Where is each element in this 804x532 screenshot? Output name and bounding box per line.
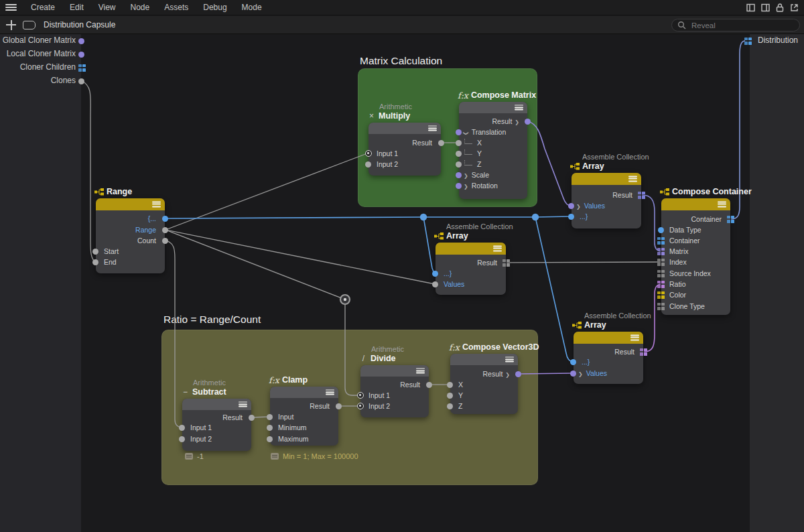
expander-icon[interactable]: ❯ [460, 131, 471, 136]
node-header[interactable] [661, 198, 730, 210]
port-circle[interactable] [456, 140, 462, 146]
expander-icon[interactable]: ❯ [464, 182, 468, 192]
node-header[interactable] [572, 173, 641, 185]
port-circle[interactable] [92, 249, 98, 255]
port-grid[interactable] [657, 291, 665, 299]
node-menu-icon[interactable] [628, 176, 637, 182]
port-circle[interactable] [447, 382, 453, 388]
node-menu-icon[interactable] [326, 389, 334, 395]
lock-icon[interactable] [776, 3, 784, 12]
node-range[interactable]: Range{...RangeCountStartEnd [96, 198, 165, 273]
node-header[interactable] [574, 332, 643, 344]
menu-item-assets[interactable]: Assets [157, 3, 196, 12]
node-array-mid[interactable]: Assemble CollectionArrayResult...}Values [436, 243, 506, 295]
capsule-tab-icon[interactable] [23, 21, 36, 29]
port-grid[interactable] [657, 303, 665, 310]
add-tab-icon[interactable] [6, 20, 16, 30]
node-header[interactable] [270, 387, 338, 398]
node-header[interactable] [368, 123, 441, 134]
port-grid[interactable] [78, 64, 86, 72]
port-circle[interactable] [426, 382, 432, 388]
node-menu-icon[interactable] [505, 356, 514, 362]
port-grid[interactable] [657, 248, 665, 255]
node-header[interactable] [96, 198, 165, 210]
port-ring[interactable] [357, 403, 364, 409]
node-header[interactable] [360, 365, 429, 377]
port-circle[interactable] [179, 436, 185, 442]
port-circle[interactable] [658, 227, 664, 233]
node-menu-icon[interactable] [718, 202, 726, 208]
port-grid[interactable] [744, 38, 752, 45]
node-menu-icon[interactable] [428, 125, 437, 131]
port-circle[interactable] [447, 393, 453, 399]
port-circle[interactable] [456, 161, 462, 168]
node-compose-container[interactable]: Compose ContainerContainerData TypeConta… [661, 198, 730, 315]
pop-out-icon[interactable] [790, 3, 799, 12]
node-menu-icon[interactable] [239, 401, 247, 407]
port-circle[interactable] [525, 119, 531, 125]
port-circle[interactable] [162, 216, 168, 222]
port-circle[interactable] [447, 403, 453, 409]
menu-item-create[interactable]: Create [23, 3, 62, 12]
search-input[interactable] [690, 21, 791, 30]
node-header[interactable] [459, 102, 527, 113]
port-circle[interactable] [365, 161, 371, 168]
main-menu-icon[interactable] [5, 4, 17, 11]
port-circle[interactable] [78, 38, 84, 44]
wire-18[interactable] [519, 373, 573, 374]
node-compose-matrix[interactable]: f:xCompose MatrixResult❯❯TranslationXYZ❯… [459, 102, 527, 199]
menu-item-edit[interactable]: Edit [62, 3, 91, 12]
node-array-bottom[interactable]: Assemble CollectionArrayResult...}❯Value… [574, 332, 643, 384]
port-circle[interactable] [456, 151, 462, 157]
port-circle[interactable] [267, 414, 273, 420]
port-circle[interactable] [456, 183, 462, 189]
port-ring[interactable] [357, 392, 364, 399]
port-circle[interactable] [162, 238, 168, 244]
node-header[interactable] [450, 354, 518, 365]
node-header[interactable] [436, 243, 506, 255]
port-circle[interactable] [438, 140, 444, 146]
node-menu-icon[interactable] [416, 368, 425, 374]
node-menu-icon[interactable] [515, 105, 523, 111]
node-array-top[interactable]: Assemble CollectionArrayResult❯Values...… [572, 173, 641, 228]
node-compose-vector3d[interactable]: f:xCompose Vector3DResult❯XYZ [450, 354, 518, 414]
port-circle[interactable] [568, 214, 574, 220]
port-circle[interactable] [570, 359, 576, 365]
port-circle[interactable] [568, 203, 574, 209]
expander-icon[interactable]: ❯ [578, 369, 583, 380]
menu-item-node[interactable]: Node [123, 3, 157, 12]
menu-item-mode[interactable]: Mode [234, 3, 269, 12]
port-grid[interactable] [638, 192, 645, 199]
port-circle[interactable] [432, 281, 438, 287]
port-ring[interactable] [365, 150, 372, 157]
port-circle[interactable] [432, 271, 438, 277]
port-circle[interactable] [162, 227, 168, 233]
node-menu-icon[interactable] [152, 202, 161, 208]
port-circle[interactable] [456, 172, 462, 178]
port-circle[interactable] [249, 415, 255, 421]
node-subtract[interactable]: Arithmetic−SubtractResultInput 1Input 2 [182, 399, 251, 451]
port-circle[interactable] [267, 436, 273, 442]
port-circle[interactable] [78, 78, 84, 84]
split-right-icon[interactable] [761, 3, 770, 12]
port-circle[interactable] [92, 259, 98, 265]
port-grid[interactable] [640, 348, 647, 356]
port-grid[interactable] [727, 216, 734, 223]
port-grid[interactable] [657, 281, 665, 288]
port-circle[interactable] [336, 403, 342, 409]
capsule-tab-title[interactable]: Distribution Capsule [44, 20, 115, 29]
node-multiply[interactable]: Arithmetic×MultiplyResultInput 1Input 2 [368, 123, 441, 176]
node-menu-icon[interactable] [630, 335, 639, 341]
node-menu-icon[interactable] [493, 246, 502, 252]
port-circle[interactable] [179, 425, 185, 431]
split-left-icon[interactable] [746, 3, 755, 12]
port-circle[interactable] [515, 371, 521, 377]
port-grid[interactable] [657, 270, 665, 277]
port-circle[interactable] [267, 425, 273, 431]
menu-item-view[interactable]: View [91, 3, 123, 12]
node-divide[interactable]: Arithmetic/DivideResultInput 1Input 2 [360, 365, 429, 417]
menu-item-debug[interactable]: Debug [196, 3, 234, 12]
port-grid[interactable] [503, 259, 510, 267]
port-grid[interactable] [657, 259, 665, 266]
node-header[interactable] [182, 399, 251, 410]
